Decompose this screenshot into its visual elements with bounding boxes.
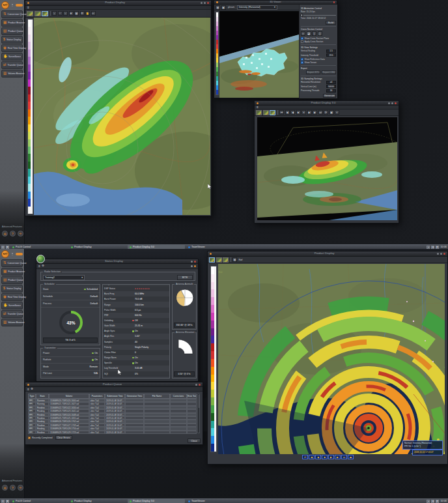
- toolbar-button[interactable]: ✋: [85, 11, 90, 16]
- recently-completed-checkbox[interactable]: ✓: [28, 437, 31, 439]
- scene-3d-viewport[interactable]: [257, 117, 397, 220]
- product-thumbnail[interactable]: [27, 11, 33, 16]
- gear-icon[interactable]: ⚙: [31, 388, 33, 391]
- taskbar-item[interactable]: Product Display: [69, 499, 126, 503]
- volume-icon[interactable]: ◧: [436, 500, 439, 503]
- export-stl-button[interactable]: Export STL: [306, 70, 320, 74]
- playback-button[interactable]: ⏮: [279, 110, 284, 115]
- show-reference-checkbox[interactable]: ✓: [301, 58, 303, 61]
- playback-button[interactable]: ▶: [313, 110, 317, 115]
- sidebar-footer-button[interactable]: ⎆: [18, 231, 23, 237]
- hres-spinner[interactable]: x4: [326, 81, 336, 84]
- sidebar-item[interactable]: ⇅ Conversion Queue: [1, 10, 23, 18]
- vscale-spinner[interactable]: 1.5: [326, 50, 336, 53]
- taskbar-item[interactable]: TeamViewer: [186, 499, 244, 503]
- playback-button[interactable]: ⏏: [348, 455, 354, 459]
- sidebar-footer-button[interactable]: ⚙: [2, 485, 8, 491]
- sidebar-footer-button[interactable]: ⎆: [18, 485, 23, 491]
- playback-button[interactable]: ▶: [328, 455, 334, 459]
- hurricane-radar-map[interactable]: [218, 264, 445, 454]
- minimize-button[interactable]: [195, 384, 197, 386]
- sidebar-item[interactable]: $ Status Display: [1, 285, 23, 293]
- sidebar-item[interactable]: ▦ Product Browser: [1, 19, 23, 27]
- tray-icon[interactable]: ▴: [427, 500, 430, 503]
- taskbar-item[interactable]: Product Display 3.0: [128, 245, 185, 249]
- grid-button[interactable]: ▣: [221, 5, 226, 10]
- globe-icon[interactable]: [36, 255, 45, 263]
- close-button[interactable]: [395, 102, 397, 104]
- sidebar-item[interactable]: $ Status Display: [1, 36, 23, 44]
- product-select[interactable]: Intensity (Horizontal)▾: [237, 5, 277, 10]
- column-header[interactable]: Parameters: [89, 394, 105, 399]
- playback-button[interactable]: ⏭: [318, 110, 323, 115]
- menu-icon[interactable]: ≡: [38, 265, 40, 268]
- minimize-button[interactable]: [191, 261, 193, 263]
- taskbar-item[interactable]: TeamViewer: [186, 245, 244, 249]
- gear-icon[interactable]: ⚙: [42, 265, 44, 268]
- queue-table[interactable]: TypeStateVolumeParametersSubmission Time…: [28, 394, 197, 434]
- sidebar-item[interactable]: ⇅ Conversion Queue: [1, 259, 23, 267]
- start-menu-icon[interactable]: ▤: [1, 500, 5, 503]
- playback-button[interactable]: ■: [322, 455, 328, 459]
- radar-select[interactable]: Training2▾: [43, 275, 85, 280]
- playback-button[interactable]: ◀: [315, 455, 321, 459]
- maximize-button[interactable]: [204, 2, 206, 4]
- menu-icon[interactable]: ≡: [27, 6, 29, 9]
- toolbar-button[interactable]: ⌂: [63, 11, 68, 16]
- playback-button[interactable]: ▣: [329, 110, 334, 115]
- vlimit-spinner[interactable]: 50000: [326, 85, 336, 88]
- playback-button[interactable]: ⟳: [324, 110, 328, 115]
- minimize-button[interactable]: [437, 253, 439, 255]
- generate-button[interactable]: Generate: [323, 94, 336, 98]
- product-thumbnail[interactable]: [35, 11, 41, 16]
- toolbar-button[interactable]: +: [52, 11, 57, 16]
- product-thumbnail[interactable]: [216, 257, 222, 263]
- alert-icon[interactable]: [194, 265, 196, 267]
- product-thumbnail[interactable]: [223, 257, 229, 263]
- radar-map-2d[interactable]: [34, 18, 210, 215]
- sidebar-item[interactable]: ◉ Real Time Display: [1, 44, 23, 52]
- playback-button[interactable]: ◀: [285, 110, 290, 115]
- table-scrollbar[interactable]: [197, 394, 200, 433]
- apply-cross-checkbox[interactable]: [301, 40, 303, 43]
- minimize-button[interactable]: [388, 102, 390, 104]
- maximize-button[interactable]: [440, 253, 442, 255]
- taskbar-item[interactable]: PuLG Control: [10, 499, 68, 503]
- cross-y-button[interactable]: ▯: [312, 31, 316, 36]
- sidebar-item[interactable]: ▤ Product Queue: [1, 276, 23, 284]
- bite-button[interactable]: BITE: [177, 275, 193, 280]
- product-thumbnail-selected[interactable]: [209, 257, 215, 263]
- sidebar-item[interactable]: ▤ Product Queue: [1, 27, 23, 35]
- sidebar-item[interactable]: ✋ Surveillance: [1, 302, 23, 309]
- info-icon[interactable]: [191, 265, 193, 267]
- sidebar-item[interactable]: ✋ Surveillance: [1, 53, 23, 61]
- titlebar[interactable]: Product Display: [208, 252, 447, 257]
- maximize-button[interactable]: [391, 102, 393, 104]
- playback-button[interactable]: ◀: [309, 455, 315, 459]
- ref-tab-label[interactable]: Ref: [239, 259, 243, 261]
- close-button[interactable]: [443, 253, 445, 255]
- column-header[interactable]: Corrections: [170, 394, 187, 399]
- build-button[interactable]: Build: [326, 21, 336, 25]
- playback-button[interactable]: ⏮: [302, 455, 308, 459]
- volume-3d-viewport[interactable]: [219, 11, 299, 98]
- cross-z-button[interactable]: ◫: [318, 31, 322, 36]
- sidebar-item[interactable]: ▥ Volume Browser: [1, 70, 23, 78]
- connect-button[interactable]: [16, 253, 23, 255]
- sidebar-item[interactable]: ▥ Volume Browser: [1, 319, 23, 326]
- product-thumbnail[interactable]: [256, 110, 262, 115]
- menu-icon[interactable]: ≡: [257, 106, 259, 109]
- sidebar-footer-button[interactable]: ⚙: [2, 231, 8, 237]
- toolbar-button[interactable]: ⚙: [80, 11, 85, 16]
- show-terrain-checkbox[interactable]: ✓: [301, 61, 303, 64]
- layers-button[interactable]: ▦: [216, 5, 220, 10]
- column-header[interactable]: File Name: [144, 394, 170, 399]
- sidebar-item[interactable]: ⇄ Transfer Queue: [1, 310, 23, 318]
- toolbar-button[interactable]: −: [58, 11, 63, 16]
- sidebar-item[interactable]: ▦ Product Browser: [1, 268, 23, 276]
- column-header[interactable]: Type: [28, 394, 36, 399]
- playback-button[interactable]: ■: [296, 110, 301, 115]
- titlebar[interactable]: Product Queue: [25, 382, 203, 387]
- network-icon[interactable]: ▦: [431, 500, 434, 503]
- start-menu-icon[interactable]: ▤: [1, 246, 5, 249]
